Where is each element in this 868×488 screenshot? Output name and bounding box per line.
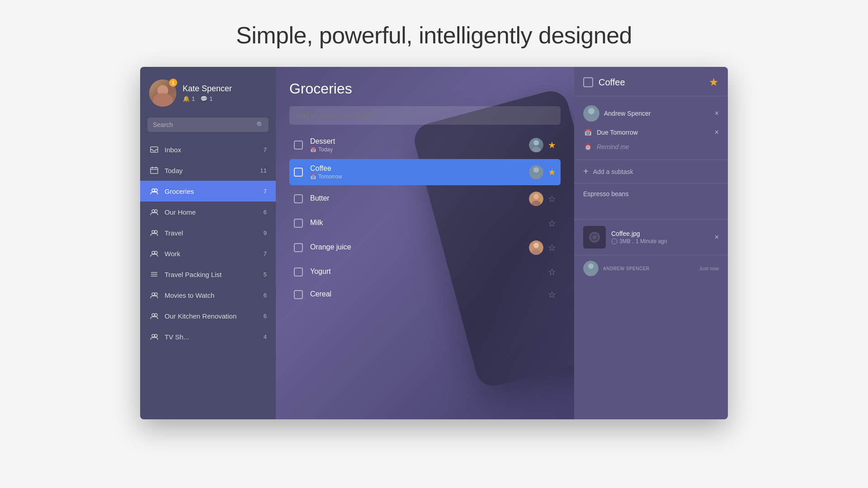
remove-attachment-button[interactable]: ×	[715, 234, 719, 241]
sidebar-item-our-home[interactable]: Our Home 6	[140, 202, 276, 222]
task-date-text: Today	[318, 146, 333, 153]
star-icon[interactable]: ☆	[548, 193, 556, 204]
attachment-icon	[611, 238, 618, 244]
task-avatar	[529, 138, 543, 152]
sidebar-item-kitchen[interactable]: Our Kitchen Renovation 6	[140, 305, 276, 326]
svg-point-6	[155, 189, 157, 192]
detail-star-icon[interactable]: ★	[709, 76, 719, 89]
task-item[interactable]: Orange juice ☆	[289, 235, 561, 260]
task-checkbox[interactable]	[294, 168, 303, 177]
task-item[interactable]: Milk ☆	[289, 212, 561, 234]
task-date: Tomorrow	[310, 174, 529, 180]
notification-stat: 🔔 1	[183, 95, 195, 102]
attachment-size: 3MB	[619, 238, 631, 244]
remove-assignee-button[interactable]: ×	[715, 110, 719, 117]
sidebar-item-label: Our Kitchen Renovation	[165, 312, 260, 320]
sidebar-item-work[interactable]: Work 7	[140, 243, 276, 264]
task-name: Orange juice	[310, 243, 529, 251]
star-icon[interactable]: ☆	[548, 289, 556, 300]
bell-icon: 🔔	[183, 95, 190, 102]
task-name: Dessert	[310, 137, 529, 145]
attachment: Coffee.jpg 3MB , 1 Minute ago ×	[574, 220, 728, 255]
task-actions: ☆	[548, 289, 556, 300]
task-item-selected[interactable]: Coffee Tomorrow ★	[289, 159, 561, 185]
task-item[interactable]: Dessert Today ★	[289, 132, 561, 158]
avatar-wrapper: 1	[149, 80, 176, 107]
task-checkbox[interactable]	[294, 290, 303, 299]
star-icon[interactable]: ★	[548, 167, 556, 178]
task-item[interactable]: Yogurt ☆	[289, 261, 561, 283]
detail-title: Coffee	[599, 77, 703, 88]
task-date-text: Tomorrow	[318, 174, 342, 180]
sidebar-item-inbox[interactable]: Inbox 7	[140, 139, 276, 160]
task-actions: ★	[529, 165, 556, 179]
task-date: Today	[310, 146, 529, 153]
task-checkbox[interactable]	[294, 219, 303, 228]
notes-area[interactable]: Espresso beans	[574, 183, 728, 220]
tv-icon	[149, 332, 159, 342]
movies-icon	[149, 290, 159, 300]
task-item[interactable]: Butter ☆	[289, 186, 561, 211]
sidebar-item-label: TV Sh...	[165, 333, 260, 341]
sidebar-item-label: Travel Packing List	[165, 271, 260, 278]
svg-point-20	[152, 334, 155, 337]
add-subtask-text: Add a subtask	[593, 168, 633, 175]
task-name: Coffee	[310, 164, 529, 173]
task-checkbox[interactable]	[294, 243, 303, 252]
message-stat: 💬 1	[200, 95, 212, 102]
sidebar-item-today[interactable]: Today 11	[140, 160, 276, 181]
add-subtask-button[interactable]: + Add a subtask	[574, 160, 728, 183]
task-info: Milk	[310, 219, 548, 228]
commenter-name: ANDREW SPENCER	[603, 266, 695, 271]
task-info: Butter	[310, 194, 529, 203]
sidebar-item-movies[interactable]: Movies to Watch 6	[140, 285, 276, 305]
main-inner: Groceries Dessert Today	[276, 67, 574, 419]
clock-icon: ⏰	[583, 143, 592, 150]
inbox-icon	[149, 145, 159, 155]
sidebar-item-count: 11	[260, 167, 267, 174]
task-checkbox[interactable]	[294, 141, 303, 150]
sidebar-item-label: Inbox	[165, 146, 260, 154]
star-icon[interactable]: ★	[548, 140, 556, 150]
app-container: 1 Kate Spencer 🔔 1 💬 1 🔍	[140, 67, 728, 419]
detail-header: Coffee ★	[574, 67, 728, 96]
sidebar-item-groceries[interactable]: Groceries 7	[140, 181, 276, 202]
star-icon[interactable]: ☆	[548, 242, 556, 253]
comment-time: Just now	[699, 266, 719, 271]
task-checkbox[interactable]	[294, 267, 303, 277]
list-icon	[149, 269, 159, 279]
star-icon[interactable]: ☆	[548, 218, 556, 229]
assignee-user: Andrew Spencer	[583, 105, 651, 122]
sidebar: 1 Kate Spencer 🔔 1 💬 1 🔍	[140, 67, 276, 419]
task-name: Cereal	[310, 290, 548, 298]
task-avatar	[529, 165, 543, 179]
add-item-input[interactable]	[289, 106, 561, 125]
task-avatar	[529, 240, 543, 255]
today-icon	[149, 165, 159, 175]
sidebar-item-tv-shows[interactable]: TV Sh... 4	[140, 326, 276, 347]
svg-point-12	[155, 251, 157, 254]
sidebar-item-travel-packing[interactable]: Travel Packing List 5	[140, 264, 276, 285]
calendar-icon	[310, 146, 316, 153]
svg-point-19	[155, 314, 157, 316]
task-checkbox[interactable]	[294, 194, 303, 203]
remove-due-button[interactable]: ×	[715, 129, 719, 136]
assignee-name: Andrew Spencer	[604, 110, 651, 117]
svg-point-16	[152, 293, 155, 296]
detail-checkbox[interactable]	[583, 77, 593, 87]
sidebar-item-travel[interactable]: Travel 9	[140, 222, 276, 243]
task-name: Butter	[310, 194, 529, 202]
task-info: Yogurt	[310, 267, 548, 277]
remind-text: Remind me	[597, 143, 629, 150]
task-item[interactable]: Cereal ☆	[289, 284, 561, 305]
user-info: Kate Spencer 🔔 1 💬 1	[183, 84, 232, 102]
sidebar-item-label: Work	[165, 250, 260, 258]
search-box[interactable]: 🔍	[147, 117, 269, 132]
star-icon[interactable]: ☆	[548, 267, 556, 277]
plus-icon: +	[583, 166, 589, 177]
sidebar-item-label: Travel	[165, 229, 260, 237]
sidebar-item-label: Today	[165, 167, 257, 174]
task-actions: ☆	[529, 192, 556, 206]
search-input[interactable]	[147, 117, 269, 132]
due-date-row: 📅 Due Tomorrow ×	[583, 125, 719, 140]
